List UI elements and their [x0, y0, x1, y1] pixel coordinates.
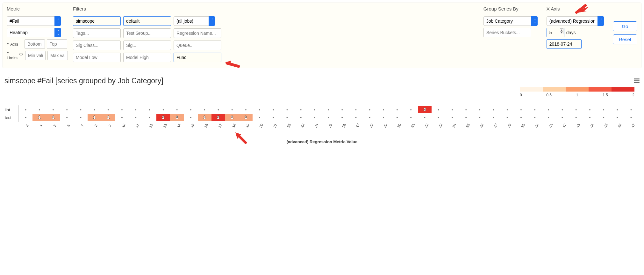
heatmap-cell[interactable]: ●	[528, 106, 542, 113]
heatmap-cell[interactable]: ●	[74, 106, 88, 113]
heatmap-cell[interactable]: ●	[170, 106, 184, 113]
heatmap-cell[interactable]: ●	[267, 106, 280, 113]
button-column: Go Reset	[613, 21, 637, 44]
heatmap-cell[interactable]: ●	[129, 106, 143, 113]
groupby-section: Group Series By Job Category	[483, 6, 541, 39]
go-button[interactable]: Go	[613, 21, 637, 31]
filter-sigclass-input[interactable]	[73, 41, 121, 50]
days-label: days	[566, 30, 576, 35]
heatmap-cell[interactable]: ●	[376, 106, 390, 113]
heatmap-cell[interactable]: ●	[143, 106, 156, 113]
filter-jobs-select[interactable]: (all jobs)	[174, 16, 215, 26]
filter-simscope-input[interactable]	[73, 16, 121, 26]
heatmap-cell[interactable]: ●	[335, 106, 349, 113]
series-buckets-input[interactable]	[483, 28, 531, 37]
color-legend: 00.511.52	[4, 87, 634, 97]
filter-testgroup-input[interactable]	[123, 28, 171, 38]
filter-tags-input[interactable]	[73, 28, 121, 38]
filter-modelhigh-input[interactable]	[123, 53, 171, 62]
xaxis-section: X Axis (advanced) Regression ▲▼ days	[547, 6, 607, 51]
heatmap-cell[interactable]: ●	[500, 106, 514, 113]
filter-regname-input[interactable]	[174, 28, 221, 38]
filter-modellow-input[interactable]	[73, 53, 121, 62]
heatmap-cell[interactable]: ●	[60, 106, 74, 113]
heatmap-xlabel: (advanced) Regression Metric Value	[4, 139, 640, 144]
heatmap-cell[interactable]: ●	[487, 106, 500, 113]
chart-title-text: simscope #Fail [series grouped by Job Ca…	[4, 77, 163, 85]
heatmap-cell[interactable]: ●	[308, 106, 321, 113]
filter-sig-input[interactable]	[123, 41, 171, 50]
filter-queue-input[interactable]	[174, 41, 221, 50]
heatmap-cell[interactable]: ●	[156, 106, 170, 113]
xaxis-select[interactable]: (advanced) Regression	[547, 16, 604, 26]
heatmap-cell[interactable]: ●	[624, 106, 638, 113]
chart-section: simscope #Fail [series grouped by Job Ca…	[0, 71, 644, 147]
ylimits-min-input[interactable]	[25, 51, 46, 60]
heatmap-cell[interactable]: ●	[432, 106, 445, 113]
heatmap-cell[interactable]: ●	[253, 106, 266, 113]
heatmap-cell[interactable]: ●	[569, 106, 583, 113]
chart-menu-icon[interactable]	[634, 78, 640, 84]
heatmap-cell[interactable]: ●	[294, 106, 308, 113]
yaxis-bottom-input[interactable]	[25, 39, 45, 49]
heatmap-cell[interactable]: ●	[19, 106, 32, 113]
heatmap-cell[interactable]: ●	[445, 106, 459, 113]
heatmap-cell[interactable]: ●	[211, 106, 225, 113]
ylimits-label: Y Limits	[7, 51, 23, 60]
filter-func-input[interactable]	[174, 53, 221, 62]
heatmap-cell[interactable]: ●	[101, 106, 115, 113]
xaxis-title: X Axis	[547, 6, 607, 13]
heatmap-cell[interactable]: ●	[88, 106, 101, 113]
heatmap-cell[interactable]: ●	[225, 106, 239, 113]
mail-icon	[19, 53, 23, 58]
heatmap-cell[interactable]: ●	[404, 106, 418, 113]
heatmap-ylabel: test	[5, 115, 18, 120]
heatmap-cell[interactable]: ●	[473, 106, 487, 113]
heatmap-cell[interactable]: ●	[115, 106, 129, 113]
heatmap-cell[interactable]: ●	[280, 106, 294, 113]
heatmap-cell[interactable]: ●	[46, 106, 60, 113]
chart-type-select[interactable]: Heatmap	[7, 28, 61, 37]
ylimits-max-input[interactable]	[47, 51, 68, 60]
heatmap-cell[interactable]: ●	[597, 106, 611, 113]
metric-title: Metric	[7, 6, 67, 13]
groupby-title: Group Series By	[483, 6, 541, 13]
heatmap-cell[interactable]: ●	[390, 106, 404, 113]
heatmap-cell[interactable]: ●	[239, 106, 253, 113]
metric-select[interactable]: #Fail	[7, 16, 61, 26]
heatmap-cell[interactable]: ●	[542, 106, 555, 113]
yaxis-label: Y Axis	[7, 42, 23, 47]
heatmap-ylabel: lint	[5, 108, 18, 112]
stepper-buttons[interactable]: ▲▼	[560, 28, 563, 34]
heatmap-cell[interactable]: ●	[459, 106, 473, 113]
heatmap-cell[interactable]: ●	[514, 106, 528, 113]
heatmap-cell[interactable]: 2	[418, 106, 432, 113]
heatmap-xaxis: 3456789101112131415161718192021222324252…	[18, 125, 638, 134]
reset-button[interactable]: Reset	[613, 34, 637, 44]
groupby-select[interactable]: Job Category	[483, 16, 538, 26]
heatmap-cell[interactable]: ●	[184, 106, 197, 113]
heatmap-cell[interactable]: ●	[349, 106, 363, 113]
heatmap-cell[interactable]: ●	[611, 106, 624, 113]
heatmap-cell[interactable]: ●	[583, 106, 597, 113]
heatmap-cell[interactable]: ●	[198, 106, 211, 113]
filter-default-input[interactable]	[123, 16, 171, 26]
yaxis-top-input[interactable]	[47, 39, 67, 49]
heatmap-cell[interactable]: ●	[363, 106, 376, 113]
heatmap-cell[interactable]: ●	[321, 106, 335, 113]
metric-section: Metric #Fail Heatmap Y Axis Y Limits	[7, 6, 67, 62]
control-panel: Metric #Fail Heatmap Y Axis Y Limits Fil…	[3, 3, 641, 68]
filters-title: Filters	[73, 6, 478, 13]
filters-section: Filters (all jobs)	[73, 6, 478, 62]
heatmap-cell[interactable]: ●	[555, 106, 569, 113]
date-input[interactable]	[547, 39, 582, 49]
heatmap-cell[interactable]: ●	[32, 106, 46, 113]
